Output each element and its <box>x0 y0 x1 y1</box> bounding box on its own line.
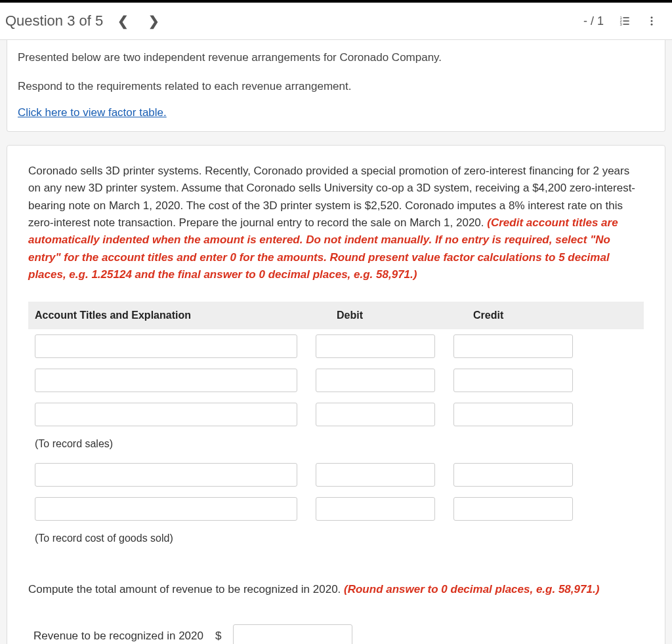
compute-instruction: (Round answer to 0 decimal places, e.g. … <box>344 583 599 595</box>
table-row <box>28 458 644 492</box>
next-question-button[interactable]: ❯ <box>143 10 165 31</box>
question-text: Coronado sells 3D printer systems. Recen… <box>28 163 644 283</box>
account-input-1[interactable] <box>35 334 297 358</box>
main-card: Coronado sells 3D printer systems. Recen… <box>7 145 665 644</box>
compute-main: Compute the total amount of revenue to b… <box>28 583 344 595</box>
score-display: - / 1 <box>583 14 604 28</box>
debit-input-3[interactable] <box>316 403 435 426</box>
list-icon[interactable]: 1 2 3 <box>618 14 631 28</box>
account-input-2[interactable] <box>35 369 297 392</box>
revenue-input[interactable] <box>233 624 352 644</box>
more-options-icon[interactable] <box>646 15 658 27</box>
factor-table-link[interactable]: Click here to view factor table. <box>18 106 167 119</box>
col-header-account: Account Titles and Explanation <box>35 310 324 321</box>
revenue-label: Revenue to be recognized in 2020 <box>33 630 203 643</box>
journal-table: Account Titles and Explanation Debit Cre… <box>28 302 644 552</box>
credit-input-1[interactable] <box>453 334 573 358</box>
intro-line-1: Presented below are two independent reve… <box>18 49 654 66</box>
col-header-credit: Credit <box>460 310 591 321</box>
debit-input-5[interactable] <box>316 497 435 521</box>
svg-point-8 <box>651 24 653 26</box>
col-header-debit: Debit <box>324 310 460 321</box>
content-wrapper: Presented below are two independent reve… <box>0 40 672 644</box>
debit-input-2[interactable] <box>316 369 435 392</box>
debit-input-4[interactable] <box>316 463 435 487</box>
table-row <box>28 363 644 397</box>
header-left: Question 3 of 5 ❮ ❯ <box>5 10 165 31</box>
header: Question 3 of 5 ❮ ❯ - / 1 1 2 3 <box>0 3 672 40</box>
question-counter: Question 3 of 5 <box>5 12 103 30</box>
compute-text: Compute the total amount of revenue to b… <box>28 581 644 598</box>
table-header: Account Titles and Explanation Debit Cre… <box>28 302 644 329</box>
table-row <box>28 397 644 432</box>
account-input-3[interactable] <box>35 403 297 426</box>
note-cogs: (To record cost of goods sold) <box>28 526 644 552</box>
svg-point-7 <box>651 20 653 22</box>
debit-input-1[interactable] <box>316 334 435 358</box>
prev-question-button[interactable]: ❮ <box>112 10 134 31</box>
credit-input-4[interactable] <box>453 463 573 487</box>
table-row <box>28 492 644 526</box>
account-input-5[interactable] <box>35 497 297 521</box>
intro-card: Presented below are two independent reve… <box>7 40 665 132</box>
currency-symbol: $ <box>215 630 221 643</box>
svg-text:3: 3 <box>620 22 622 26</box>
table-row <box>28 329 644 363</box>
note-sales: (To record sales) <box>28 432 644 458</box>
credit-input-5[interactable] <box>453 497 573 521</box>
credit-input-2[interactable] <box>453 369 573 392</box>
revenue-row: Revenue to be recognized in 2020 $ <box>28 624 644 644</box>
account-input-4[interactable] <box>35 463 297 487</box>
credit-input-3[interactable] <box>453 403 573 426</box>
svg-point-6 <box>651 16 653 18</box>
header-right: - / 1 1 2 3 <box>583 14 667 28</box>
intro-line-2: Respond to the requirements related to e… <box>18 78 654 95</box>
